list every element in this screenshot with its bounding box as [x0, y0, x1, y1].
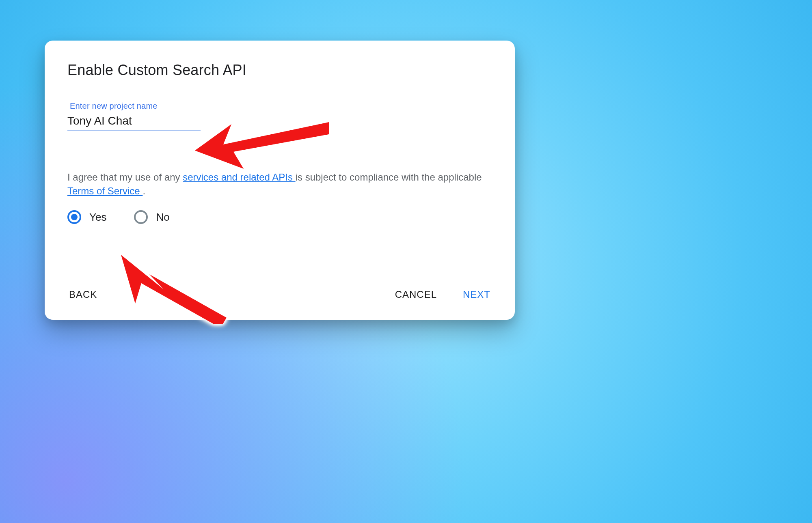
cancel-button[interactable]: CANCEL	[393, 286, 438, 303]
terms-of-service-link[interactable]: Terms of Service	[67, 185, 143, 196]
radio-selected-icon	[67, 210, 81, 224]
annotation-arrow-icon	[195, 116, 329, 169]
project-name-label: Enter new project name	[70, 101, 158, 111]
agreement-text: I agree that my use of any services and …	[67, 170, 486, 198]
radio-yes-label: Yes	[89, 211, 106, 224]
back-button[interactable]: BACK	[67, 286, 99, 303]
enable-api-dialog: Enable Custom Search API Enter new proje…	[45, 41, 515, 320]
next-button[interactable]: NEXT	[461, 286, 492, 303]
agreement-radio-group: Yes No	[67, 210, 492, 224]
dialog-title: Enable Custom Search API	[67, 62, 492, 79]
services-apis-link[interactable]: services and related APIs	[183, 172, 295, 183]
annotation-arrow-icon	[121, 255, 227, 324]
radio-unselected-icon	[134, 210, 148, 224]
agreement-text-part3: .	[143, 185, 145, 196]
radio-option-no[interactable]: No	[134, 210, 169, 224]
radio-no-label: No	[156, 211, 169, 224]
radio-option-yes[interactable]: Yes	[67, 210, 106, 224]
agreement-text-part2: is subject to compliance with the applic…	[296, 172, 482, 183]
project-name-field: Enter new project name	[67, 102, 201, 131]
agreement-text-part1: I agree that my use of any	[67, 172, 183, 183]
